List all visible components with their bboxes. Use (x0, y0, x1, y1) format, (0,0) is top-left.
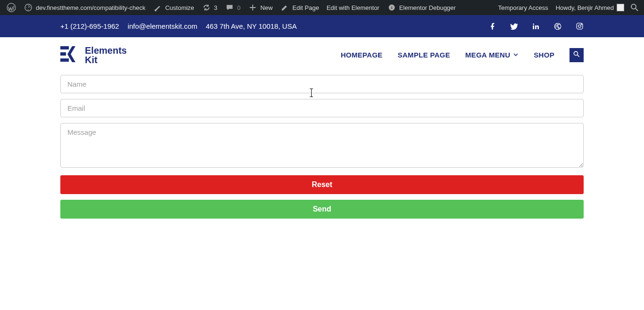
temporary-access-link[interactable]: Temporary Access (494, 0, 552, 15)
edit-elementor-link[interactable]: Edit with Elementor (323, 0, 383, 15)
admin-search[interactable] (628, 0, 641, 15)
avatar (617, 4, 624, 11)
email-input[interactable] (60, 99, 584, 117)
temporary-access-text: Temporary Access (498, 4, 548, 11)
nav-shop[interactable]: SHOP (534, 51, 554, 59)
instagram-icon[interactable] (575, 22, 584, 31)
elementor-debugger-text: Elementor Debugger (399, 4, 456, 11)
name-input[interactable] (60, 75, 584, 93)
svg-point-4 (631, 4, 636, 9)
wp-admin-left: dev.finesttheme.com/compatibility-check … (3, 0, 460, 15)
nav-label: SHOP (534, 51, 554, 59)
site-name-text: dev.finesttheme.com/compatibility-check (36, 4, 145, 11)
site-name-link[interactable]: dev.finesttheme.com/compatibility-check (20, 0, 149, 15)
linkedin-icon[interactable] (532, 22, 540, 31)
svg-point-12 (574, 51, 578, 55)
howdy-text: Howdy, Benjir Ahmed (556, 4, 614, 11)
nav-label: MEGA MENU (465, 51, 510, 59)
comment-icon (225, 3, 234, 12)
logo-line1: Elements (85, 46, 127, 55)
comments-link[interactable]: 0 (221, 0, 244, 15)
contact-form-section: Reset Send (0, 73, 644, 243)
site-header: Elements Kit HOMEPAGE SAMPLE PAGE MEGA M… (0, 37, 644, 73)
nav-sample-page[interactable]: SAMPLE PAGE (397, 51, 450, 59)
svg-rect-11 (60, 58, 69, 62)
nav-label: SAMPLE PAGE (397, 51, 450, 59)
search-icon (573, 50, 580, 60)
dashboard-icon (24, 3, 33, 12)
logo-line2: Kit (85, 55, 127, 65)
address-text: 463 7th Ave, NY 10018, USA (206, 22, 297, 30)
main-nav: HOMEPAGE SAMPLE PAGE MEGA MENU SHOP (341, 48, 584, 62)
contact-info: +1 (212)-695-1962 info@elementskit.com 4… (60, 22, 297, 30)
refresh-icon (202, 3, 211, 12)
customize-text: Customize (165, 4, 194, 11)
nav-label: HOMEPAGE (341, 51, 383, 59)
wp-admin-bar: dev.finesttheme.com/compatibility-check … (0, 0, 644, 15)
new-link[interactable]: New (244, 0, 276, 15)
updates-count: 3 (214, 4, 217, 11)
customize-link[interactable]: Customize (149, 0, 198, 15)
edit-page-text: Edit Page (292, 4, 319, 11)
message-textarea[interactable] (60, 123, 584, 168)
pencil-icon (280, 3, 289, 12)
info-icon: i (387, 3, 396, 12)
wordpress-icon (7, 3, 16, 12)
plus-icon (248, 3, 257, 12)
logo-text: Elements Kit (85, 46, 127, 65)
site-logo[interactable]: Elements Kit (60, 46, 127, 65)
svg-rect-9 (60, 46, 69, 49)
nav-homepage[interactable]: HOMEPAGE (341, 51, 383, 59)
edit-elementor-text: Edit with Elementor (327, 4, 380, 11)
comments-count: 0 (237, 4, 240, 11)
logo-mark-icon (60, 46, 80, 64)
email-text: info@elementskit.com (128, 22, 198, 30)
wp-admin-right: Temporary Access Howdy, Benjir Ahmed (494, 0, 641, 15)
twitter-icon[interactable] (510, 22, 519, 31)
wp-logo[interactable] (3, 0, 20, 15)
paintbrush-icon (153, 3, 162, 12)
chevron-down-icon (513, 51, 519, 59)
search-button[interactable] (570, 48, 584, 62)
nav-mega-menu[interactable]: MEGA MENU (465, 51, 519, 59)
svg-point-7 (578, 25, 581, 28)
updates-link[interactable]: 3 (198, 0, 221, 15)
svg-point-8 (581, 24, 581, 24)
search-icon (630, 3, 639, 12)
dribbble-icon[interactable] (553, 22, 562, 31)
new-text: New (260, 4, 272, 11)
reset-button[interactable]: Reset (60, 175, 584, 194)
social-links (488, 22, 584, 31)
phone-text: +1 (212)-695-1962 (60, 22, 119, 30)
send-button[interactable]: Send (60, 200, 584, 219)
facebook-icon[interactable] (488, 22, 497, 31)
elementor-debugger-link[interactable]: i Elementor Debugger (383, 0, 460, 15)
top-contact-bar: +1 (212)-695-1962 info@elementskit.com 4… (0, 15, 644, 37)
svg-rect-10 (60, 52, 66, 56)
edit-page-link[interactable]: Edit Page (276, 0, 322, 15)
howdy-link[interactable]: Howdy, Benjir Ahmed (552, 0, 628, 15)
